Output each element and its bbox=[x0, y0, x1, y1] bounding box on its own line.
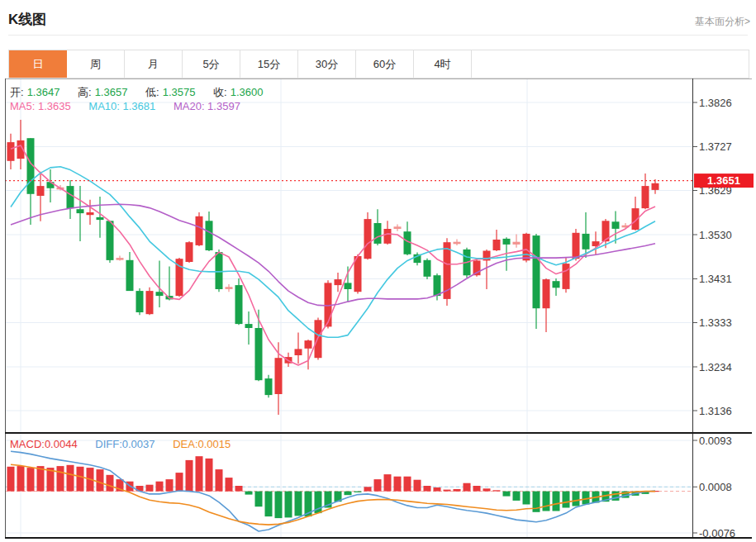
close-value: 1.3600 bbox=[231, 86, 264, 98]
svg-text:1.3234: 1.3234 bbox=[699, 361, 732, 373]
macd-legend: MACD:0.0044 DIFF:0.0037 DEA:0.0015 bbox=[10, 438, 234, 450]
svg-text:1.3826: 1.3826 bbox=[699, 97, 732, 109]
diff-value-legend: DIFF:0.0037 bbox=[95, 438, 155, 450]
open-value: 1.3647 bbox=[27, 86, 60, 98]
ohlc-legend: 开:1.3647 高:1.3657 低:1.3575 收:1.3600 bbox=[10, 85, 266, 100]
ma10-legend: MA10: 1.3681 bbox=[88, 100, 155, 112]
svg-text:1.3431: 1.3431 bbox=[699, 273, 732, 285]
kline-chart: 1.38261.37271.36291.35301.34311.33331.32… bbox=[0, 0, 756, 542]
svg-text:1.3727: 1.3727 bbox=[699, 140, 732, 153]
macd-value-legend: MACD:0.0044 bbox=[10, 438, 78, 450]
ma5-legend: MA5: 1.3635 bbox=[10, 100, 71, 112]
svg-text:1.3530: 1.3530 bbox=[699, 229, 732, 241]
high-value: 1.3657 bbox=[95, 86, 128, 98]
ma20-legend: MA20: 1.3597 bbox=[174, 100, 240, 112]
open-label: 开: bbox=[10, 86, 24, 98]
svg-text:1.3136: 1.3136 bbox=[699, 405, 732, 417]
current-price-badge: 1.3651 bbox=[694, 174, 754, 188]
dea-value-legend: DEA:0.0015 bbox=[173, 438, 231, 450]
close-label: 收: bbox=[213, 86, 227, 98]
ma-legend: MA5: 1.3635 MA10: 1.3681 MA20: 1.3597 bbox=[10, 100, 244, 112]
low-label: 低: bbox=[145, 86, 159, 98]
kline-page: K线图 基本面分析> 日周月5分15分30分60分4时 1.38261.3727… bbox=[0, 0, 756, 542]
candles-layer bbox=[7, 120, 659, 415]
high-label: 高: bbox=[78, 86, 92, 98]
svg-text:1.3651: 1.3651 bbox=[707, 174, 740, 187]
svg-text:0.0008: 0.0008 bbox=[699, 481, 732, 493]
svg-text:1.3333: 1.3333 bbox=[699, 316, 732, 329]
low-value: 1.3575 bbox=[163, 86, 196, 98]
svg-text:0.0093: 0.0093 bbox=[699, 435, 732, 447]
